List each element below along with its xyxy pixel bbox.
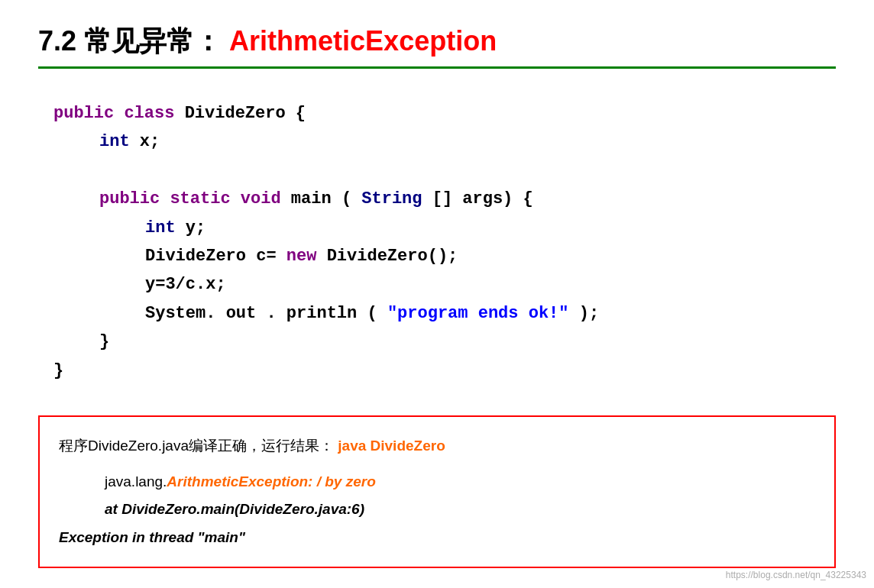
code-line-2: int x; (99, 128, 836, 156)
section-number: 7.2 (38, 25, 76, 57)
keyword-public-2: public (99, 189, 160, 208)
keyword-class: class (124, 104, 174, 123)
result-box: 程序DivideZero.java编译正确，运行结果： java DivideZ… (38, 415, 836, 568)
code-line-4: int y; (145, 214, 836, 242)
code-line-5: DivideZero c= new DivideZero(); (145, 242, 836, 270)
code-line-9: } (53, 357, 836, 385)
method-println: println (286, 304, 357, 323)
keyword-public: public (53, 104, 114, 123)
thread-exception: Exception in thread "main" (59, 529, 245, 545)
method-main: main (291, 189, 332, 208)
code-line-1: public class DivideZero { (53, 99, 836, 128)
exception-message: ArithmeticException: / by zero (167, 473, 375, 489)
result-command: java DivideZero (338, 438, 445, 454)
method-out: out (226, 304, 257, 323)
result-line-4: Exception in thread "main" (59, 524, 815, 551)
keyword-int-2: int (145, 218, 176, 237)
code-line-7: System. out . println ( "program ends ok… (145, 299, 836, 328)
keyword-new: new (286, 247, 317, 266)
at-statement: at DivideZero.main(DivideZero.java:6) (105, 501, 364, 517)
keyword-void: void (241, 189, 281, 208)
code-block: public class DivideZero { int x; public … (38, 99, 836, 385)
title-exception: ArithmeticException (229, 25, 497, 57)
code-line-3: public static void main ( String [] args… (99, 185, 836, 213)
result-line-1: 程序DivideZero.java编译正确，运行结果： java DivideZ… (59, 432, 815, 460)
type-string: String (361, 189, 422, 208)
code-line-6: y=3/c.x; (145, 270, 836, 299)
string-literal: "program ends ok!" (387, 304, 569, 323)
page-title: 7.2 常见异常： ArithmeticException (38, 23, 836, 69)
code-line-8: } (99, 328, 836, 356)
java-lang-prefix: java.lang. (105, 473, 167, 489)
watermark: https://blog.csdn.net/qn_43225343 (726, 570, 866, 580)
result-line-2: java.lang.ArithmeticException: / by zero (105, 468, 815, 496)
title-chinese: 常见异常： (84, 25, 222, 57)
keyword-int: int (99, 132, 130, 151)
result-line-3: at DivideZero.main(DivideZero.java:6) (105, 496, 815, 523)
keyword-static: static (170, 189, 230, 208)
result-description: 程序DivideZero.java编译正确，运行结果： (59, 438, 334, 454)
